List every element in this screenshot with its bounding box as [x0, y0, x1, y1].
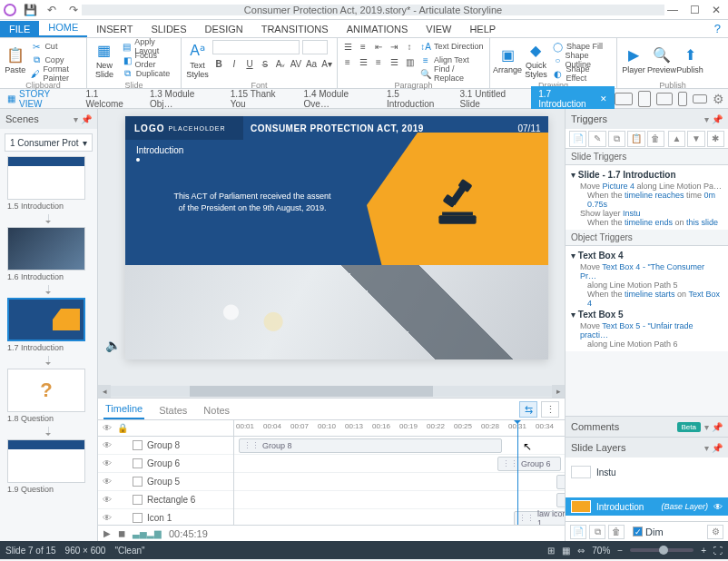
timeline-bar[interactable]: ⋮⋮Group 8: [239, 438, 502, 453]
trigger-link[interactable]: timeline reaches: [625, 191, 684, 200]
doc-tab[interactable]: 1.15 Thank You: [223, 86, 297, 112]
horizontal-scrollbar[interactable]: ◂ ▸: [98, 385, 565, 398]
timeline-row[interactable]: 👁Rectangle 6: [98, 491, 233, 509]
new-slide-button[interactable]: ▦New Slide: [91, 40, 118, 80]
copy-trigger-button[interactable]: ⧉: [608, 131, 625, 147]
eye-icon[interactable]: 👁: [102, 495, 113, 506]
trigger-item[interactable]: Show layer Instu: [571, 209, 723, 218]
collapse-icon[interactable]: ▾: [704, 422, 709, 432]
stop-button[interactable]: ◼: [118, 528, 125, 538]
trigger-link[interactable]: timeline starts: [625, 290, 675, 299]
move-down-button[interactable]: ▼: [687, 131, 704, 147]
timeline-tool-b[interactable]: ⋮: [541, 401, 559, 418]
italic-button[interactable]: I: [228, 57, 241, 70]
align-left-button[interactable]: ≡: [341, 55, 354, 68]
paste-trigger-button[interactable]: 📋: [627, 131, 644, 147]
font-size-select[interactable]: [302, 40, 328, 54]
player-button[interactable]: ▶Player: [621, 40, 646, 80]
pin-icon[interactable]: 📌: [712, 114, 723, 124]
close-tab-icon[interactable]: ✕: [600, 94, 607, 103]
doc-tab[interactable]: 1.1 Welcome: [78, 86, 142, 112]
focus-order-button[interactable]: ◧Focus Order: [121, 54, 177, 66]
slide-thumb[interactable]: 1.6 Introduction: [7, 227, 85, 281]
delete-layer-button[interactable]: 🗑: [608, 525, 625, 539]
tab-timeline[interactable]: Timeline: [103, 399, 144, 419]
tab-home[interactable]: HOME: [39, 19, 87, 37]
preview-button[interactable]: 🔍Preview: [649, 40, 674, 80]
timeline-bar[interactable]: ⋮⋮law icon 1: [514, 511, 565, 525]
trigger-link[interactable]: Instu: [623, 209, 641, 218]
timeline-bar[interactable]: ⋮R: [556, 493, 565, 507]
delete-trigger-button[interactable]: 🗑: [647, 131, 664, 147]
numbering-button[interactable]: ≡: [357, 40, 369, 53]
strike-button[interactable]: S̶: [259, 57, 271, 70]
scroll-right-button[interactable]: ▸: [552, 385, 565, 398]
pin-icon[interactable]: 📌: [712, 422, 723, 432]
slide-thumb[interactable]: 1.9 Question: [7, 439, 85, 494]
timeline-tool-a[interactable]: ⇆: [519, 401, 537, 418]
timeline-playhead[interactable]: [517, 420, 518, 525]
eye-icon[interactable]: 👁: [102, 458, 113, 469]
pin-icon[interactable]: 📌: [712, 443, 723, 453]
layer-row-base[interactable]: Introduction(Base Layer)👁: [566, 497, 728, 516]
tab-slides[interactable]: SLIDES: [142, 21, 195, 37]
slide-thumb-active[interactable]: 1.7 Introduction: [7, 298, 85, 352]
trigger-link[interactable]: timeline ends: [625, 218, 673, 227]
eye-icon[interactable]: 👁: [102, 477, 113, 487]
cut-button[interactable]: ✂Cut: [29, 40, 83, 53]
slide-canvas[interactable]: LOGOPLACEHOLDER CONSUMER PROTECTION ACT,…: [125, 116, 548, 359]
new-trigger-button[interactable]: 📄: [569, 131, 586, 147]
device-tablet-portrait-icon[interactable]: [638, 91, 651, 107]
fit-width-icon[interactable]: ⇔: [577, 546, 585, 556]
slide-thumb[interactable]: 1.5 Introduction: [7, 156, 85, 211]
bold-button[interactable]: B: [212, 57, 225, 70]
story-view-tab[interactable]: ▦STORY VIEW: [0, 86, 78, 112]
collapse-icon[interactable]: ▾: [74, 114, 78, 124]
row-checkbox[interactable]: [133, 458, 143, 468]
settings-icon[interactable]: ⚙: [713, 92, 724, 106]
row-checkbox[interactable]: [133, 495, 143, 505]
underline-button[interactable]: U: [243, 57, 256, 70]
variables-button[interactable]: ✱: [707, 131, 724, 147]
grid-icon[interactable]: ▦: [562, 546, 570, 556]
text-styles-button[interactable]: AᵃText Styles: [185, 40, 210, 80]
doc-tab[interactable]: 1.3 Module Obj…: [143, 86, 223, 112]
font-color-button[interactable]: A▾: [320, 57, 333, 70]
bullets-button[interactable]: ☰: [341, 40, 354, 53]
case-button[interactable]: Aa: [305, 57, 318, 70]
undo-icon[interactable]: ↶: [44, 2, 60, 18]
shape-effect-button[interactable]: ◐Shape Effect: [551, 67, 613, 80]
timeline-bar[interactable]: ⋮G: [556, 475, 565, 489]
indent-left-button[interactable]: ⇤: [372, 40, 385, 53]
pin-icon[interactable]: 📌: [81, 114, 92, 124]
line-spacing-button[interactable]: ↕: [403, 40, 416, 53]
redo-icon[interactable]: ↷: [65, 2, 82, 18]
new-layer-button[interactable]: 📄: [570, 525, 586, 539]
scroll-left-button[interactable]: ◂: [98, 385, 111, 398]
tab-help[interactable]: HELP: [460, 21, 505, 37]
doc-tab[interactable]: 1.5 Introduction: [379, 86, 453, 112]
timeline-row[interactable]: 👁Icon 1: [98, 509, 233, 525]
row-checkbox[interactable]: [133, 513, 143, 523]
find-replace-button[interactable]: 🔍Find / Replace: [418, 67, 486, 80]
font-family-select[interactable]: [212, 40, 300, 54]
tab-view[interactable]: VIEW: [417, 21, 460, 37]
help-icon[interactable]: ?: [707, 20, 728, 37]
move-up-button[interactable]: ▲: [668, 131, 685, 147]
trigger-link[interactable]: Picture 4: [603, 182, 635, 191]
collapse-icon[interactable]: ▾: [704, 443, 709, 453]
device-tablet-landscape-icon[interactable]: [656, 93, 673, 105]
trigger-item[interactable]: Move Text Box 5 - "Unfair trade practi…: [571, 321, 723, 340]
format-painter-button[interactable]: 🖌Format Painter: [29, 67, 83, 80]
tab-transitions[interactable]: TRANSITIONS: [252, 21, 338, 37]
trigger-item[interactable]: Move Picture 4 along Line Motion Pa…: [571, 182, 723, 191]
eye-icon[interactable]: 👁: [102, 440, 113, 451]
doc-tab[interactable]: 3.1 Untitled Slide: [453, 86, 532, 112]
trigger-link[interactable]: this slide: [686, 218, 718, 227]
columns-button[interactable]: ▥: [403, 55, 416, 68]
row-checkbox[interactable]: [133, 477, 143, 487]
doc-tab[interactable]: 1.4 Module Ove…: [297, 86, 379, 112]
trigger-group[interactable]: ▾ Text Box 5: [571, 308, 723, 321]
timeline-row[interactable]: 👁Group 5: [98, 473, 233, 491]
layer-row[interactable]: Instu: [566, 463, 728, 481]
